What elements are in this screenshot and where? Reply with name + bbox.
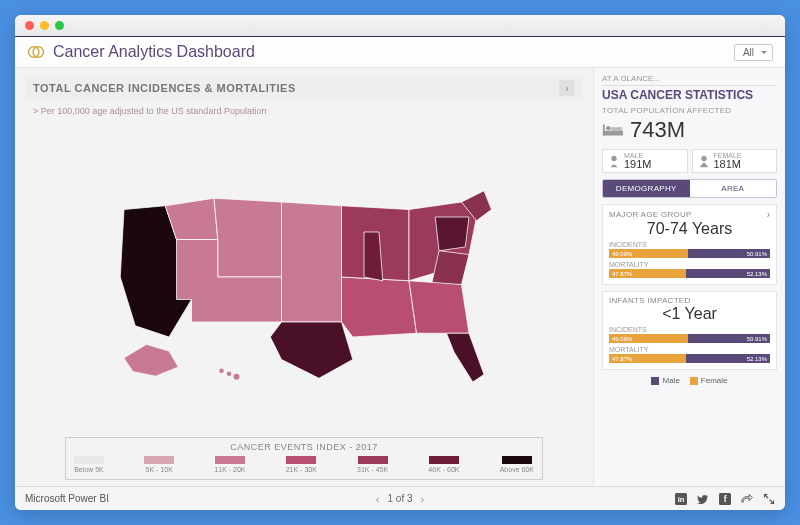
page-navigator: ‹ 1 of 3 › <box>376 493 424 505</box>
legend-item: 11K - 20K <box>214 456 245 473</box>
svg-rect-8 <box>611 127 622 131</box>
filter-value: All <box>743 47 754 58</box>
legend-item: Below 5K <box>74 456 104 473</box>
glance-prefix: AT A GLANCE... <box>602 74 777 83</box>
age-mortality-label: MORTALITY <box>609 261 770 268</box>
hospital-bed-icon <box>602 121 624 139</box>
legend-item: 5K - 10K <box>144 456 174 473</box>
female-icon <box>697 154 711 168</box>
app-window: Cancer Analytics Dashboard All TOTAL CAN… <box>15 15 785 510</box>
next-page-button[interactable]: › <box>421 493 425 505</box>
svg-point-10 <box>701 156 706 161</box>
logo-icon <box>27 43 45 61</box>
linkedin-icon[interactable]: in <box>675 493 687 505</box>
legend-male: Male <box>651 376 679 385</box>
section-expand-button[interactable]: › <box>559 80 575 96</box>
card-age-title: MAJOR AGE GROUP <box>609 210 767 219</box>
male-card: MALE191M <box>602 149 688 173</box>
footer-brand: Microsoft Power BI <box>25 493 675 504</box>
minimize-icon[interactable] <box>40 21 49 30</box>
page-indicator: 1 of 3 <box>387 493 412 504</box>
age-incidents-label: INCIDENTS <box>609 241 770 248</box>
chevron-right-icon: › <box>767 209 770 220</box>
map-legend: CANCER EVENTS INDEX - 2017 Below 5K5K - … <box>65 437 543 480</box>
main-panel: TOTAL CANCER INCIDENCES & MORTALITIES › … <box>15 68 593 486</box>
total-pop-label: TOTAL POPULATION AFFECTED <box>602 106 777 115</box>
inf-inc-male: 49.09% <box>609 334 688 343</box>
svg-point-9 <box>611 156 616 161</box>
inf-incidents-label: INCIDENTS <box>609 326 770 333</box>
svg-point-3 <box>227 371 232 376</box>
inf-mort-male: 47.87% <box>609 354 686 363</box>
inf-mortality-label: MORTALITY <box>609 346 770 353</box>
glance-title: USA CANCER STATISTICS <box>602 85 777 102</box>
us-map-chart[interactable] <box>25 118 583 435</box>
male-value: 191M <box>624 159 652 170</box>
filter-dropdown[interactable]: All <box>734 44 773 61</box>
card-major-age[interactable]: MAJOR AGE GROUP › 70-74 Years INCIDENTS … <box>602 204 777 285</box>
section-subtitle: > Per 100,000 age adjusted to the US sta… <box>25 100 583 118</box>
age-mortality-bar: 47.87% 52.13% <box>609 269 770 278</box>
prev-page-button[interactable]: ‹ <box>376 493 380 505</box>
twitter-icon[interactable] <box>697 493 709 505</box>
svg-rect-5 <box>603 131 623 136</box>
card-inf-title: INFANTS IMPACTED <box>609 296 770 305</box>
legend-female: Female <box>690 376 728 385</box>
dashboard-header: Cancer Analytics Dashboard All <box>15 37 785 68</box>
sidebar-panel: AT A GLANCE... USA CANCER STATISTICS TOT… <box>593 68 785 486</box>
card-age-value: 70-74 Years <box>609 220 770 238</box>
us-map-svg <box>94 157 514 397</box>
total-pop-value: 743M <box>630 117 685 143</box>
fullscreen-icon[interactable] <box>763 493 775 505</box>
female-card: FEMALE181M <box>692 149 778 173</box>
maximize-icon[interactable] <box>55 21 64 30</box>
age-mort-female: 52.13% <box>686 269 770 278</box>
legend-item: 31K - 45K <box>357 456 388 473</box>
legend-item: Above 60K <box>500 456 534 473</box>
male-icon <box>607 154 621 168</box>
age-incidents-bar: 49.09% 50.91% <box>609 249 770 258</box>
inf-mortality-bar: 47.87% 52.13% <box>609 354 770 363</box>
card-inf-value: <1 Year <box>609 305 770 323</box>
window-titlebar <box>15 15 785 37</box>
legend-item: 21K - 30K <box>286 456 317 473</box>
svg-rect-6 <box>603 125 605 136</box>
sidebar-tabs: DEMOGRAPHY AREA <box>602 179 777 198</box>
age-mort-male: 47.87% <box>609 269 686 278</box>
age-inc-male: 49.09% <box>609 249 688 258</box>
legend-item: 46K - 60K <box>428 456 459 473</box>
tab-demography[interactable]: DEMOGRAPHY <box>603 180 690 197</box>
legend-title: CANCER EVENTS INDEX - 2017 <box>74 442 534 452</box>
dashboard-body: TOTAL CANCER INCIDENCES & MORTALITIES › … <box>15 68 785 486</box>
inf-inc-female: 50.91% <box>688 334 770 343</box>
inf-mort-female: 52.13% <box>686 354 770 363</box>
section-title: TOTAL CANCER INCIDENCES & MORTALITIES <box>33 82 559 94</box>
age-inc-female: 50.91% <box>688 249 770 258</box>
gender-legend: Male Female <box>602 376 777 385</box>
svg-point-7 <box>606 126 611 131</box>
share-icon[interactable] <box>741 493 753 505</box>
close-icon[interactable] <box>25 21 34 30</box>
facebook-icon[interactable]: f <box>719 493 731 505</box>
svg-text:f: f <box>724 495 727 504</box>
female-value: 181M <box>714 159 742 170</box>
inf-incidents-bar: 49.09% 50.91% <box>609 334 770 343</box>
card-infants[interactable]: INFANTS IMPACTED <1 Year INCIDENTS 49.09… <box>602 291 777 370</box>
svg-point-2 <box>219 368 224 373</box>
page-title: Cancer Analytics Dashboard <box>53 43 734 61</box>
footer-bar: Microsoft Power BI ‹ 1 of 3 › in f <box>15 486 785 510</box>
section-header: TOTAL CANCER INCIDENCES & MORTALITIES › <box>25 76 583 100</box>
svg-text:in: in <box>678 495 685 504</box>
svg-point-4 <box>234 373 240 379</box>
tab-area[interactable]: AREA <box>690 180 777 197</box>
